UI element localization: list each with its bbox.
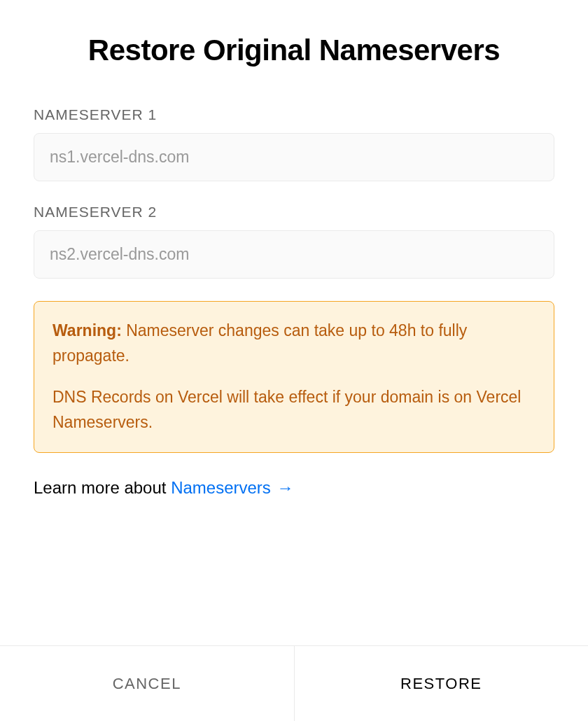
cancel-button[interactable]: CANCEL: [0, 646, 295, 721]
nameserver2-input[interactable]: [34, 230, 554, 279]
dialog-title: Restore Original Nameservers: [34, 34, 554, 67]
warning-text: Warning: Nameserver changes can take up …: [52, 318, 536, 435]
nameserver1-field-group: NAMESERVER 1: [34, 106, 554, 181]
warning-label: Warning:: [52, 321, 122, 340]
nameserver1-label: NAMESERVER 1: [34, 106, 554, 123]
restore-nameservers-dialog: Restore Original Nameservers NAMESERVER …: [0, 0, 588, 721]
nameserver2-label: NAMESERVER 2: [34, 204, 554, 220]
learn-more-prefix: Learn more about: [34, 478, 171, 497]
nameservers-link[interactable]: Nameservers →: [171, 478, 293, 497]
learn-more: Learn more about Nameservers →: [34, 478, 554, 498]
dialog-footer: CANCEL RESTORE: [0, 645, 588, 721]
restore-button[interactable]: RESTORE: [295, 646, 589, 721]
dialog-content: Restore Original Nameservers NAMESERVER …: [0, 0, 588, 645]
nameserver1-input[interactable]: [34, 133, 554, 181]
arrow-right-icon: →: [277, 478, 294, 497]
nameserver2-field-group: NAMESERVER 2: [34, 204, 554, 279]
warning-line2: DNS Records on Vercel will take effect i…: [52, 385, 536, 435]
warning-box: Warning: Nameserver changes can take up …: [34, 301, 554, 453]
